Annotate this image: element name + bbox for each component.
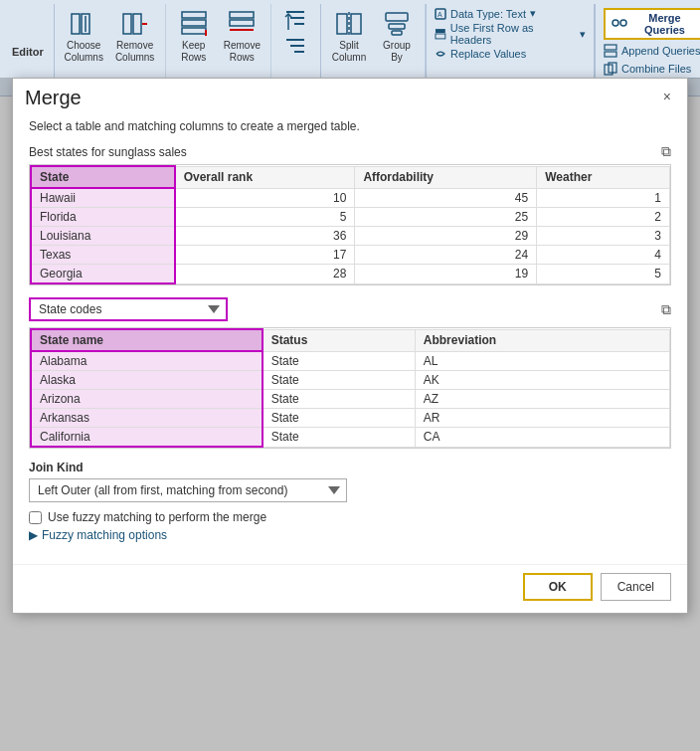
fuzzy-checkbox-label: Use fuzzy matching to perform the merge [48, 510, 266, 524]
svg-rect-0 [72, 14, 80, 34]
table1-copy-icon[interactable]: ⧉ [661, 143, 671, 160]
table1-cell-afford-3: 29 [355, 227, 537, 246]
table1-cell-state-4: Texas [31, 246, 175, 265]
append-queries-label: Append Queries [621, 45, 700, 57]
group-by-icon [381, 8, 413, 40]
keep-rows-button[interactable]: Keep Rows [172, 6, 216, 66]
ok-button[interactable]: OK [523, 573, 593, 601]
split-column-button[interactable]: Split Column [327, 6, 371, 66]
svg-text:A: A [438, 11, 442, 18]
table1-cell-state-2: Florida [31, 208, 175, 227]
table2-cell-abbr-2: AK [415, 371, 669, 390]
group-by-button[interactable]: Group By [375, 6, 419, 66]
cancel-button[interactable]: Cancel [601, 573, 671, 601]
table2-copy-icon[interactable]: ⧉ [661, 301, 671, 318]
table1-col-affordability[interactable]: Affordability [355, 166, 537, 188]
join-kind-label: Join Kind [29, 461, 671, 474]
table2-col-abbr[interactable]: Abbreviation [415, 329, 669, 351]
close-button[interactable]: × [659, 87, 675, 106]
fuzzy-checkbox[interactable] [29, 511, 42, 524]
table1-label: Best states for sunglass sales [29, 145, 187, 159]
svg-rect-23 [386, 13, 408, 21]
group-by-label: Group By [379, 40, 415, 64]
use-first-row-row[interactable]: Use First Row as Headers ▾ [435, 21, 586, 47]
table2: State name Status Abbreviation Alabama S… [30, 328, 670, 448]
remove-columns-label: Remove Columns [115, 40, 155, 64]
remove-columns-icon [119, 8, 151, 40]
svg-rect-8 [182, 28, 206, 34]
table1-cell-afford-4: 24 [355, 246, 537, 265]
table-row: Alaska State AK [31, 371, 670, 390]
fuzzy-link-text: Fuzzy matching options [42, 528, 167, 542]
table-row: Arizona State AZ [31, 390, 670, 409]
table2-cell-name-4: Arkansas [31, 409, 262, 428]
table2-col-statename[interactable]: State name [31, 329, 262, 351]
fuzzy-checkbox-row: Use fuzzy matching to perform the merge [29, 510, 671, 524]
table-row: Alabama State AL [31, 351, 670, 371]
table2-cell-name-2: Alaska [31, 371, 262, 390]
append-queries-item[interactable]: Append Queries ▾ [604, 42, 700, 60]
fuzzy-matching-options-link[interactable]: ▶ Fuzzy matching options [29, 528, 671, 542]
table-row: Arkansas State AR [31, 409, 670, 428]
table2-cell-status-4: State [262, 409, 416, 428]
table-row: Georgia 28 19 5 [31, 265, 670, 284]
editor-label: Editor [6, 42, 50, 58]
use-first-row-label: Use First Row as Headers [450, 22, 576, 46]
table1-cell-rank-3: 36 [175, 227, 355, 246]
table-row: California State CA [31, 428, 670, 448]
table2-dropdown[interactable]: State codes Best states for sunglass sal… [29, 297, 228, 321]
split-column-label: Split Column [331, 40, 367, 64]
dialog-subtitle: Select a table and matching columns to c… [29, 119, 671, 133]
choose-columns-button[interactable]: Choose Columns [61, 6, 107, 66]
table1-label-row: Best states for sunglass sales ⧉ [29, 143, 671, 160]
table2-cell-name-1: Alabama [31, 351, 262, 371]
sort-icons [284, 6, 306, 56]
table1-col-rank[interactable]: Overall rank [175, 166, 355, 188]
remove-rows-icon [226, 8, 258, 40]
split-column-icon [333, 8, 365, 40]
svg-rect-28 [436, 29, 445, 33]
table2-wrapper: State name Status Abbreviation Alabama S… [29, 327, 671, 449]
keep-rows-icon [178, 8, 210, 40]
table2-cell-name-5: California [31, 428, 262, 448]
table-row: Louisiana 36 29 3 [31, 227, 670, 246]
replace-values-label: Replace Values [450, 48, 526, 60]
data-type-dropdown-icon: ▾ [530, 7, 536, 20]
table1-cell-state-5: Georgia [31, 265, 175, 284]
remove-columns-button[interactable]: Remove Columns [111, 6, 159, 66]
join-kind-dropdown[interactable]: Left Outer (all from first, matching fro… [29, 478, 347, 502]
table-row: Hawaii 10 45 1 [31, 188, 670, 208]
table2-cell-status-1: State [262, 351, 416, 371]
join-kind-section: Join Kind Left Outer (all from first, ma… [29, 461, 671, 542]
merge-queries-label: Merge Queries [631, 12, 698, 36]
table1-cell-afford-5: 19 [355, 265, 537, 284]
table1: State Overall rank Affordability Weather… [30, 165, 670, 284]
replace-values-row[interactable]: Replace Values [435, 47, 586, 61]
keep-rows-label: Keep Rows [176, 40, 212, 64]
remove-rows-button[interactable]: Remove Rows [220, 6, 264, 66]
choose-columns-label: Choose Columns [64, 40, 102, 64]
table2-cell-abbr-4: AR [415, 409, 669, 428]
svg-rect-7 [182, 20, 206, 26]
table2-col-status[interactable]: Status [262, 329, 416, 351]
table1-cell-rank-1: 10 [175, 188, 355, 208]
merge-queries-button[interactable]: Merge Queries ▾ [604, 8, 700, 40]
fuzzy-link-arrow-icon: ▶ [29, 528, 38, 542]
dialog-titlebar: Merge × [13, 79, 687, 113]
table2-dropdown-row: State codes Best states for sunglass sal… [29, 297, 671, 321]
svg-rect-32 [605, 45, 616, 50]
dialog-body: Select a table and matching columns to c… [13, 113, 687, 564]
table1-cell-rank-4: 17 [175, 246, 355, 265]
merge-queries-icon [612, 15, 627, 34]
table-row: Texas 17 24 4 [31, 246, 670, 265]
merge-dialog: Merge × Select a table and matching colu… [12, 78, 688, 614]
table2-cell-status-2: State [262, 371, 416, 390]
combine-files-item[interactable]: Combine Files [604, 60, 700, 78]
table2-cell-abbr-3: AZ [415, 390, 669, 409]
table1-col-state[interactable]: State [31, 166, 175, 188]
table1-cell-weather-1: 1 [537, 188, 670, 208]
data-type-label: Data Type: Text [450, 8, 526, 20]
table1-col-weather[interactable]: Weather [537, 166, 670, 188]
choose-columns-icon [68, 8, 99, 40]
data-type-row[interactable]: A Data Type: Text ▾ [435, 6, 586, 21]
